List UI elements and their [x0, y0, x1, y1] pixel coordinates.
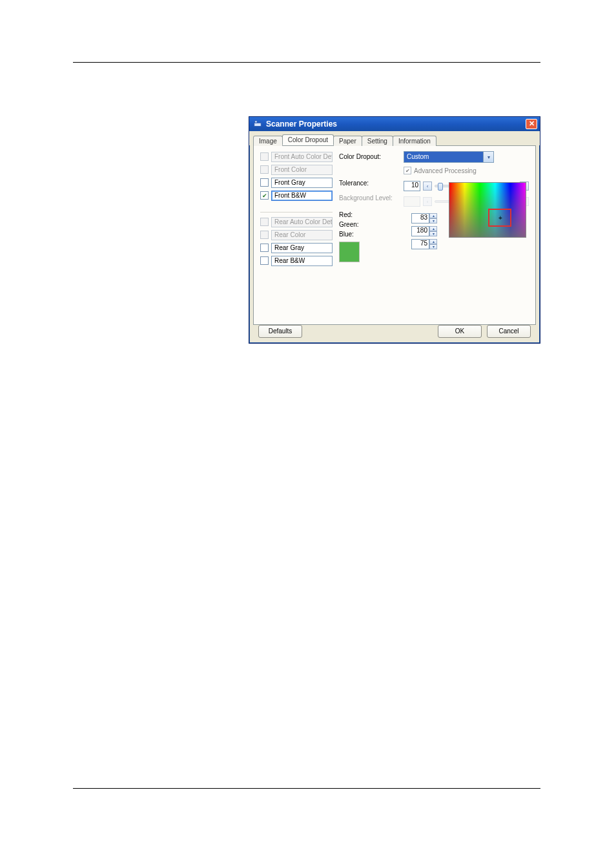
spin-down-icon[interactable]: ▾	[429, 231, 437, 236]
spin-down-icon[interactable]: ▾	[429, 244, 437, 249]
label-advanced-processing: Advanced Processing	[414, 167, 477, 174]
tab-color-dropout[interactable]: Color Dropout	[282, 134, 334, 145]
checkbox[interactable]	[260, 191, 269, 200]
spin-up-icon[interactable]: ▴	[429, 213, 437, 218]
side-option-rear-bw[interactable]: Rear B&W	[271, 256, 333, 266]
field-labels: Color Dropout: Tolerance: Background Lev…	[339, 151, 397, 319]
checkbox	[260, 165, 269, 174]
checkbox	[260, 218, 269, 226]
side-option-front-color: Front Color	[271, 165, 333, 175]
color-palette[interactable]: +	[449, 182, 526, 238]
tab-image[interactable]: Image	[253, 136, 283, 146]
label-color-dropout: Color Dropout:	[339, 151, 397, 162]
spin-up-icon[interactable]: ▴	[429, 226, 437, 231]
tab-paper[interactable]: Paper	[333, 136, 362, 146]
background-value	[404, 196, 420, 207]
label-green: Green:	[339, 221, 397, 228]
red-spinner[interactable]: 83 ▴▾	[411, 213, 437, 224]
side-option-front-gray[interactable]: Front Gray	[271, 178, 333, 188]
crosshair-icon: +	[497, 215, 504, 222]
controls: Custom ▾ Advanced Processing 10 ‹ ›	[404, 151, 529, 319]
tabstrip: Image Color Dropout Paper Setting Inform…	[249, 131, 540, 145]
slider-thumb[interactable]	[438, 183, 443, 191]
arrow-left-icon[interactable]: ‹	[423, 182, 432, 191]
checkbox[interactable]	[260, 244, 269, 252]
advanced-processing-checkbox	[404, 167, 411, 174]
side-option-rear-auto: Rear Auto Color Detection	[271, 217, 333, 227]
label-tolerance: Tolerance:	[339, 178, 397, 189]
side-option-rear-gray[interactable]: Rear Gray	[271, 243, 333, 253]
list-item[interactable]: Front Gray	[260, 177, 333, 188]
red-value[interactable]: 83	[411, 213, 429, 224]
dialog-footer: Defaults OK Cancel	[249, 325, 540, 338]
side-option-rear-color: Rear Color	[271, 230, 333, 240]
list-item: Front Color	[260, 164, 333, 175]
list-item[interactable]: Front B&W	[260, 190, 333, 201]
page-rule-bottom	[73, 788, 540, 789]
tab-setting[interactable]: Setting	[362, 136, 393, 146]
close-button[interactable]: ✕	[526, 119, 537, 129]
checkbox	[260, 231, 269, 239]
scanner-properties-dialog: Scanner Properties ✕ Image Color Dropout…	[249, 116, 540, 344]
green-value[interactable]: 180	[411, 226, 429, 236]
list-item: Front Auto Color Detection	[260, 151, 333, 162]
checkbox[interactable]	[260, 178, 269, 187]
arrow-left-icon: ‹	[423, 197, 432, 206]
list-item: Rear Auto Color Detection	[260, 216, 333, 227]
spin-up-icon[interactable]: ▴	[429, 239, 437, 244]
dropout-mode-combo[interactable]: Custom ▾	[404, 151, 494, 163]
list-item[interactable]: Rear B&W	[260, 255, 333, 266]
side-option-front-auto: Front Auto Color Detection	[271, 152, 333, 162]
blue-value[interactable]: 75	[411, 239, 429, 249]
tab-panel: Front Auto Color Detection Front Color F…	[253, 145, 536, 325]
divider	[260, 212, 333, 213]
cancel-button[interactable]: Cancel	[487, 325, 531, 338]
list-item: Rear Color	[260, 229, 333, 240]
side-option-front-bw[interactable]: Front B&W	[271, 191, 333, 201]
window-title: Scanner Properties	[266, 120, 337, 129]
label-red: Red:	[339, 211, 397, 218]
defaults-button[interactable]: Defaults	[258, 325, 302, 338]
color-swatch	[339, 242, 360, 262]
tolerance-value[interactable]: 10	[404, 181, 420, 191]
list-item[interactable]: Rear Gray	[260, 242, 333, 253]
side-list: Front Auto Color Detection Front Color F…	[260, 151, 333, 319]
svg-point-1	[255, 121, 258, 123]
combo-value: Custom	[404, 152, 483, 162]
chevron-down-icon[interactable]: ▾	[483, 152, 493, 162]
tab-information[interactable]: Information	[393, 136, 436, 146]
label-blue: Blue:	[339, 231, 397, 238]
blue-spinner[interactable]: 75 ▴▾	[411, 239, 437, 249]
app-icon	[253, 120, 262, 129]
spin-down-icon[interactable]: ▾	[429, 218, 437, 224]
ok-button[interactable]: OK	[438, 325, 482, 338]
checkbox	[260, 152, 269, 161]
checkbox[interactable]	[260, 256, 269, 265]
titlebar[interactable]: Scanner Properties ✕	[249, 117, 540, 131]
green-spinner[interactable]: 180 ▴▾	[411, 226, 437, 236]
page-rule-top	[73, 62, 540, 63]
svg-rect-0	[254, 123, 262, 126]
label-background-level: Background Level:	[339, 192, 397, 203]
